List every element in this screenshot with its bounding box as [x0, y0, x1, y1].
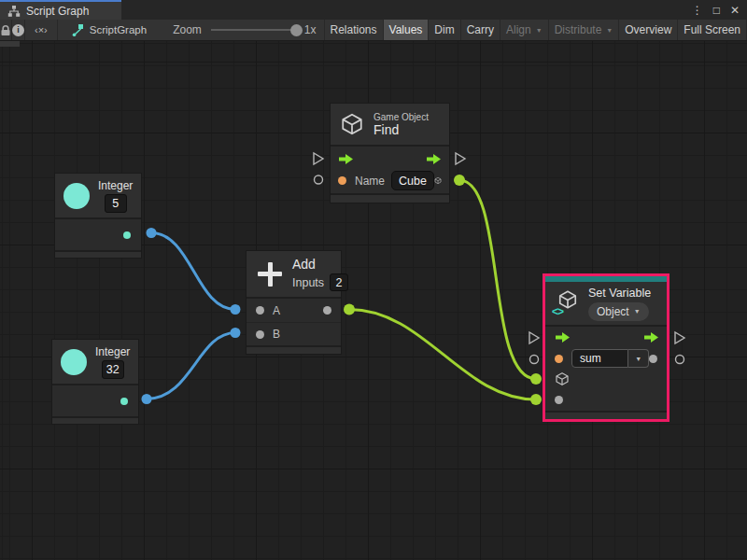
chevron-down-icon: ▼ [536, 27, 543, 34]
code-brackets-icon: ‹×› [35, 24, 48, 35]
window-menu-icon[interactable]: ⋮ [692, 5, 703, 16]
tab-script-graph[interactable]: Script Graph [0, 0, 121, 20]
flow-in-arrow-icon[interactable] [555, 331, 571, 343]
wire-integer32-to-add-b[interactable] [147, 333, 235, 399]
tab-title: Script Graph [26, 5, 89, 18]
zoom-slider[interactable] [211, 29, 297, 31]
port-setvariable-name-in[interactable] [530, 356, 539, 364]
integer-value-field[interactable]: 5 [105, 194, 127, 213]
node-integer-32-header: Integer 32 [52, 340, 138, 384]
brackets-icon: <> [552, 305, 563, 318]
align-label: Align [506, 23, 531, 36]
wire-add-to-setvariable-value[interactable] [349, 310, 536, 400]
integer-value-field[interactable]: 32 [102, 360, 124, 379]
output-sum-dot[interactable] [323, 306, 331, 315]
node-title: Add [292, 257, 348, 272]
variable-scope-dropdown[interactable]: Object ▼ [588, 302, 649, 321]
chevron-down-icon: ▼ [635, 356, 641, 362]
close-icon[interactable]: ✕ [730, 5, 740, 16]
distribute-label: Distribute [555, 23, 602, 36]
graph-breadcrumb[interactable]: ScriptGraph [71, 20, 147, 40]
toolbar-button-distribute[interactable]: Distribute ▼ [549, 20, 620, 40]
node-integer-5-header: Integer 5 [55, 174, 141, 217]
gameobject-input-icon[interactable] [555, 371, 570, 386]
graph-hierarchy-icon [7, 5, 21, 18]
name-input-dot[interactable] [338, 176, 346, 185]
output-row [55, 219, 141, 250]
node-footer [545, 411, 667, 419]
node-integer-32[interactable]: Integer 32 [51, 339, 139, 425]
node-footer [331, 193, 449, 203]
port-find-output[interactable] [454, 175, 465, 186]
output-row [52, 385, 138, 416]
code-view-button[interactable]: ‹×› [25, 20, 58, 40]
port-add-input-b[interactable] [231, 328, 241, 338]
input-a-dot[interactable] [256, 306, 264, 315]
node-integer-5[interactable]: Integer 5 [54, 173, 142, 259]
node-set-variable[interactable]: <> Set Variable Object ▼ su [543, 273, 669, 422]
port-add-output[interactable] [344, 304, 355, 315]
flow-in-arrow-icon[interactable] [338, 153, 354, 165]
name-input-dot[interactable] [555, 355, 563, 363]
port-row-b: B [247, 322, 341, 345]
port-find-flow-in[interactable] [314, 153, 323, 164]
node-title: Set Variable [588, 287, 651, 300]
node-setvariable-header: <> Set Variable Object ▼ [545, 282, 667, 325]
port-setvariable-flow-in[interactable] [529, 332, 539, 343]
toolbar-button-fullscreen[interactable]: Full Screen [678, 20, 747, 40]
toolbar-buttons: Relations Values Dim Carry Align ▼ Distr… [324, 20, 747, 40]
variable-name-field[interactable]: sum [571, 349, 628, 368]
maximize-icon[interactable]: □ [713, 5, 720, 16]
port-setvariable-flow-out[interactable] [675, 332, 684, 343]
inputs-count-field[interactable]: 2 [330, 273, 348, 291]
node-category: Game Object [374, 112, 429, 122]
toolbar-button-dim[interactable]: Dim [429, 20, 460, 40]
port-setvariable-value-out[interactable] [676, 356, 684, 364]
port-setvariable-value-input[interactable] [530, 394, 542, 405]
name-value-field[interactable]: Cube [391, 171, 434, 190]
port-integer5-output[interactable] [147, 228, 157, 238]
node-find-header: Game Object Find [331, 104, 449, 145]
lock-button[interactable] [0, 20, 12, 40]
cube-icon [340, 112, 364, 136]
port-find-value-in[interactable] [315, 175, 323, 184]
port-setvariable-object-input[interactable] [530, 373, 542, 385]
zoom-slider-knob[interactable] [290, 24, 303, 36]
port-find-flow-out[interactable] [456, 153, 465, 164]
value-output-dot[interactable] [649, 355, 657, 363]
node-footer [52, 416, 138, 424]
graph-canvas[interactable]: Integer 5 Integer 32 [0, 41, 747, 560]
value-input-dot[interactable] [555, 396, 563, 404]
output-dot[interactable] [123, 231, 131, 239]
output-dot[interactable] [120, 398, 128, 405]
name-label: Name [355, 175, 385, 188]
toolbar-button-align[interactable]: Align ▼ [500, 20, 549, 40]
zoom-control: Zoom 1x [173, 20, 321, 40]
flow-out-arrow-icon[interactable] [426, 153, 442, 165]
graph-toolbar: i ‹×› ScriptGraph Zoom 1x Relations Valu… [0, 20, 747, 41]
wire-integer5-to-add-a[interactable] [151, 233, 235, 310]
add-icon [258, 262, 282, 287]
node-gameobject-find[interactable]: Game Object Find Name Cube [330, 103, 450, 203]
port-integer32-output[interactable] [142, 394, 152, 404]
inspect-button[interactable]: i [12, 20, 25, 40]
wire-find-to-setvariable-object[interactable] [459, 180, 536, 379]
node-add[interactable]: Add Inputs 2 A B [246, 250, 342, 355]
node-add-header: Add Inputs 2 [247, 251, 341, 297]
variable-name-dropdown-button[interactable]: ▼ [628, 349, 649, 368]
window-tab-bar: Script Graph ⋮ □ ✕ [0, 0, 747, 20]
flow-out-arrow-icon[interactable] [643, 331, 659, 343]
chevron-down-icon: ▼ [634, 308, 641, 315]
toolbar-button-values[interactable]: Values [384, 20, 430, 40]
port-add-input-a[interactable] [231, 304, 241, 315]
window-controls: ⋮ □ ✕ [692, 0, 747, 20]
set-variable-icon: <> [553, 289, 581, 317]
port-row-a: A [247, 299, 341, 322]
toolbar-button-relations[interactable]: Relations [325, 20, 384, 40]
toolbar-button-overview[interactable]: Overview [619, 20, 678, 40]
node-title: Integer [95, 345, 130, 358]
toolbar-button-carry[interactable]: Carry [461, 20, 500, 40]
zoom-label: Zoom [173, 23, 202, 36]
input-b-dot[interactable] [256, 330, 264, 339]
object-row [545, 370, 667, 388]
